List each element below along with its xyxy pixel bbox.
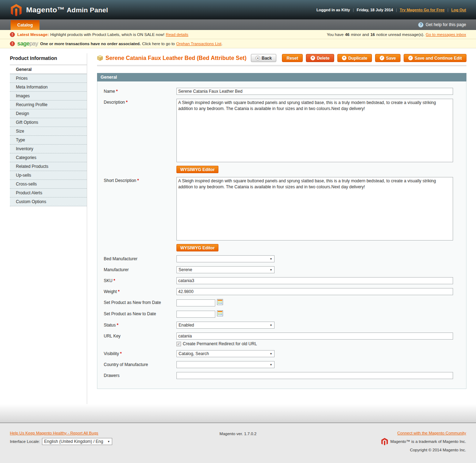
notice-count: 16 [370,32,375,37]
sidebar-item-recurring-profile[interactable]: Recurring Profile [10,100,87,109]
try-magento-go-link[interactable]: Try Magento Go for Free [400,8,445,12]
calendar-icon[interactable] [217,299,223,306]
log-out-link[interactable]: Log Out [451,8,466,12]
chevron-down-icon: ▼ [270,257,272,261]
country-of-manufacture-row: Country of Manufacture▼ [104,361,453,368]
check-icon: ✓ [408,56,413,60]
description-textarea[interactable] [176,99,453,162]
bed-manufacturer-label: Bed Manufacturer [104,255,176,262]
interface-locale-label: Interface Locale: [10,439,40,444]
unread-messages-summary: You have 46 minor and 16 notice unread m… [327,32,466,37]
manufacturer-select[interactable]: Serene▼ [176,266,275,273]
get-help-label: Get help for this page [426,22,466,27]
drawers-control [176,372,453,379]
sku-control [176,277,453,284]
set-product-as-new-from-date-row: Set Product as New from Date [104,299,453,306]
visibility-select-value: Catalog, Search [179,351,209,356]
status-select[interactable]: Enabled▼ [176,322,275,329]
logged-in-text: Logged in as Kitty [317,8,350,12]
back-arrow-icon: ◄ [255,56,260,60]
sidebar-item-product-alerts[interactable]: Product Alerts [10,189,87,197]
calendar-icon[interactable] [217,310,223,318]
sidebar-item-inventory[interactable]: Inventory [10,145,87,153]
save-and-continue-edit-button[interactable]: ✓Save and Continue Edit [404,54,466,62]
country-of-manufacture-select[interactable]: ▼ [176,361,275,368]
interface-locale-select[interactable]: English (United Kingdom) / Eng ▼ [42,438,112,445]
separator: | [447,8,448,12]
back-button[interactable]: ◄Back [251,54,277,62]
create-permanent-redirect-for-old-url-checkbox[interactable]: ✓ [176,342,181,346]
weight-input[interactable] [176,288,453,295]
required-marker: * [116,89,118,94]
sidebar-item-size[interactable]: Size [10,127,87,136]
content-area: Product Information GeneralPricesMeta In… [0,48,476,404]
sidebar-item-categories[interactable]: Categories [10,153,87,162]
name-control [176,88,453,95]
status-control: Enabled▼ [176,322,453,329]
product-info-sidebar: Product Information GeneralPricesMeta In… [10,53,87,404]
sidebar-item-related-products[interactable]: Related Products [10,162,87,171]
sagepay-message-bold: One or more transactions have no order a… [40,42,141,46]
sidebar-item-cross-sells[interactable]: Cross-sells [10,180,87,189]
sidebar-item-meta-information[interactable]: Meta Information [10,83,87,92]
sidebar-item-custom-options[interactable]: Custom Options [10,197,87,206]
bed-manufacturer-select[interactable]: ▼ [176,255,275,262]
sidebar-item-up-sells[interactable]: Up-sells [10,171,87,180]
short-description-textarea[interactable] [176,177,453,240]
visibility-select[interactable]: Catalog, Search▼ [176,350,275,357]
set-product-as-new-from-date-input[interactable] [176,299,215,306]
read-details-link[interactable]: Read details [166,32,188,37]
sidebar-item-gift-options[interactable]: Gift Options [10,118,87,127]
short-description-control: WYSIWYG Editor [176,177,453,251]
general-fieldset: Name*Description*WYSIWYG EditorShort Des… [97,81,466,389]
short-description-label: Short Description* [104,177,176,251]
chevron-down-icon: ▼ [270,324,272,327]
duplicate-button[interactable]: +Duplicate [337,54,372,62]
messages-inbox-link[interactable]: Go to messages inbox [426,32,466,37]
set-product-as-new-to-date-input[interactable] [176,311,215,318]
wysiwyg-editor-button[interactable]: WYSIWYG Editor [176,166,218,173]
content-header: Serene Catania Faux Leather Bed (Bed Att… [97,53,466,66]
separator: | [353,8,354,12]
required-marker: * [117,323,119,328]
sidebar-item-images[interactable]: Images [10,92,87,100]
field-label-text: Country of Manufacture [104,362,148,367]
trademark-text: Magento™ is a trademark of Magento Inc. [390,439,466,444]
field-label-text: Description [104,100,125,105]
brand-name: Magento™ [26,6,65,14]
drawers-input[interactable] [176,372,453,379]
magento-logo: Magento™Admin Panel [10,4,108,16]
button-label: Save [386,56,396,61]
unread-pre: You have [327,32,344,37]
get-help-link[interactable]: ? Get help for this page [418,19,466,30]
trademark-row: Magento™ is a trademark of Magento Inc. [381,438,466,445]
name-input[interactable] [176,88,453,95]
unread-post: notice unread message(s). [376,32,424,37]
reset-button[interactable]: Reset [282,54,303,62]
delete-button[interactable]: ✕Delete [306,54,334,62]
field-label-text: Visibility [104,351,119,356]
country-of-manufacture-label: Country of Manufacture [104,361,176,368]
url-key-control: ✓Create Permanent Redirect for old URL [176,333,453,346]
set-product-as-new-from-date-label: Set Product as New from Date [104,299,176,306]
save-button[interactable]: ✓Save [375,54,400,62]
orphan-transactions-link[interactable]: Orphan Transactions List [176,42,222,46]
name-row: Name* [104,88,453,95]
sagepay-logo: sagepay [17,41,38,47]
sidebar-item-type[interactable]: Type [10,136,87,145]
set-product-as-new-from-date-control [176,299,453,306]
short-description-row: Short Description*WYSIWYG Editor [104,177,453,251]
url-key-input[interactable] [176,333,453,340]
sidebar-item-design[interactable]: Design [10,109,87,118]
sku-input[interactable] [176,277,453,284]
required-marker: * [118,289,120,294]
nav-tab-catalog[interactable]: Catalog [11,20,40,30]
name-label: Name* [104,88,176,95]
copyright-text: Copyright © 2014 Magento Inc. [381,448,466,452]
sidebar-item-general[interactable]: General [10,65,87,74]
field-label-text: Name [104,89,115,94]
chevron-down-icon: ▼ [107,440,110,443]
delete-x-icon: ✕ [311,56,315,60]
sidebar-item-prices[interactable]: Prices [10,74,87,83]
wysiwyg-editor-button[interactable]: WYSIWYG Editor [176,244,218,251]
